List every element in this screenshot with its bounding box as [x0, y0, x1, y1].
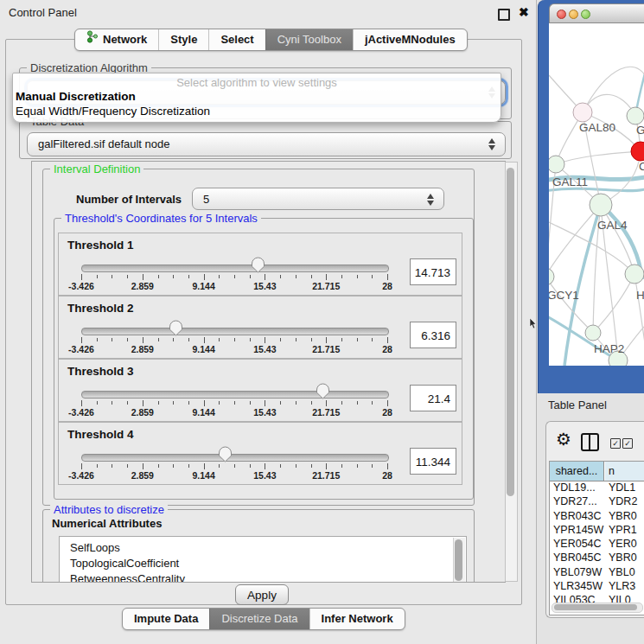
tab-discretize-data[interactable]: Discretize Data: [209, 609, 309, 629]
combobox-stepper-icon: [488, 137, 495, 151]
cyni-bottom-tab-bar: Impute Data Discretize Data Infer Networ…: [122, 608, 405, 630]
column-header-shared[interactable]: shared...: [550, 462, 604, 481]
node-top-right: [627, 107, 644, 124]
checkbox-icon[interactable]: ✓: [610, 438, 621, 449]
list-item-topologicalcoefficient[interactable]: TopologicalCoefficient: [60, 556, 466, 571]
checkbox-icon[interactable]: ✓: [622, 438, 633, 449]
dropdown-placeholder: Select algorithm to view settings: [13, 76, 501, 89]
settings-scrollbar-thumb[interactable]: [507, 168, 514, 496]
slider-thumb[interactable]: [316, 383, 330, 399]
slider-tick-labels: -3.4262.8599.14415.4321.71528: [81, 344, 387, 354]
table-data-group: Table Data galFiltered.sif default node: [19, 121, 512, 159]
tab-discretize-data-label: Discretize Data: [221, 609, 297, 629]
slider-thumb[interactable]: [218, 446, 233, 462]
table-data-combobox[interactable]: galFiltered.sif default node: [27, 132, 506, 156]
node-label-gcy1: GCY1: [549, 289, 579, 302]
table-row[interactable]: YBL079WYBL0: [550, 566, 644, 580]
slider-thumb[interactable]: [251, 257, 265, 273]
tab-style-label: Style: [170, 29, 197, 50]
tab-jactivemnodules-label: jActiveMNodules: [365, 29, 456, 50]
node-label-gal11: GAL11: [552, 175, 588, 188]
slider-track[interactable]: [81, 328, 389, 335]
network-graph: GAL80 GA C GAL11 GAL4 GCY1 H HAP2: [549, 23, 644, 366]
node-attribute-table: shared... n YDL19...YDL1 YDR27...YDR2 YB…: [549, 461, 644, 615]
threshold-3-value-field[interactable]: 21.4: [410, 385, 456, 411]
node-label-partial-c: C: [639, 160, 644, 173]
tab-network[interactable]: Network: [75, 29, 158, 50]
list-scrollbar-thumb[interactable]: [455, 539, 462, 581]
tab-infer-network[interactable]: Infer Network: [309, 609, 405, 629]
slider-ticks: [81, 463, 387, 470]
close-icon[interactable]: ✖: [519, 5, 529, 19]
table-scrollbar-thumb[interactable]: [554, 604, 637, 610]
network-canvas[interactable]: GAL80 GA C GAL11 GAL4 GCY1 H HAP2: [549, 23, 644, 366]
slider-ticks: [81, 400, 387, 407]
threshold-2-value-field[interactable]: 6.316: [410, 322, 456, 348]
table-row[interactable]: YPR145WYPR1: [550, 524, 644, 538]
table-panel-title: Table Panel: [548, 399, 607, 411]
split-columns-icon[interactable]: [581, 433, 599, 451]
table-row[interactable]: YBR045CYBR0: [550, 552, 644, 565]
close-traffic-light-icon[interactable]: [557, 10, 566, 19]
table-row[interactable]: YDL19...YDL1: [550, 481, 644, 495]
gear-icon[interactable]: ⚙: [556, 429, 571, 450]
number-of-intervals-value: 5: [203, 193, 209, 206]
minimize-traffic-light-icon[interactable]: [569, 10, 578, 19]
number-of-intervals-combobox[interactable]: 5: [192, 188, 444, 210]
table-body: YDL19...YDL1 YDR27...YDR2 YBR043CYBR0 YP…: [550, 481, 644, 609]
node-label-partial-ga: GA: [636, 124, 644, 137]
tab-select[interactable]: Select: [208, 29, 265, 50]
tab-style[interactable]: Style: [158, 29, 208, 50]
list-item-betweennesscentrality[interactable]: BetweennessCentrality: [60, 571, 466, 583]
screen: Control Panel ✖ Network Style Select: [0, 0, 644, 644]
tab-select-label: Select: [220, 29, 253, 50]
thresholds-group-title: Threshold's Coordinates for 5 Intervals: [61, 212, 261, 225]
threshold-3-panel: Threshold 3 -3.4262.8599.14415.4321.7152…: [58, 359, 462, 422]
slider-track[interactable]: [81, 454, 389, 462]
table-row[interactable]: YLR345WYLR3: [550, 580, 644, 594]
node-gcy1: [549, 268, 554, 285]
tab-impute-data[interactable]: Impute Data: [123, 609, 209, 629]
node-label-hap2: HAP2: [594, 342, 624, 355]
slider-track[interactable]: [81, 265, 389, 272]
node-h: [625, 265, 644, 284]
slider-thumb[interactable]: [169, 320, 183, 336]
dropdown-option-manual-discretization[interactable]: Manual Discretization: [13, 89, 501, 104]
tab-cyni-toolbox[interactable]: Cyni Toolbox: [265, 29, 353, 50]
tab-impute-data-label: Impute Data: [134, 609, 198, 629]
list-scrollbar[interactable]: [453, 538, 465, 583]
mouse-cursor: [529, 317, 537, 333]
zoom-traffic-light-icon[interactable]: [581, 10, 590, 19]
node-label-gal4: GAL4: [597, 219, 628, 232]
control-panel-tab-bar: Network Style Select Cyni Toolbox jActiv…: [74, 29, 468, 51]
apply-button[interactable]: Apply: [235, 584, 289, 605]
table-horizontal-scrollbar[interactable]: [552, 603, 643, 613]
table-row[interactable]: YBR043CYBR0: [550, 510, 644, 524]
slider-track[interactable]: [81, 391, 389, 399]
attributes-group-title: Attributes to discretize: [50, 503, 168, 516]
threshold-1-panel: Threshold 1 -3.4262.8599.14415.4321.7152…: [58, 233, 462, 296]
float-window-icon[interactable]: [498, 9, 510, 21]
table-row[interactable]: YDR27...YDR2: [550, 495, 644, 509]
node-red-selected: [631, 142, 644, 161]
threshold-4-value-field[interactable]: 11.344: [410, 448, 456, 475]
tab-jactivemnodules[interactable]: jActiveMNodules: [353, 29, 467, 50]
node-hap2: [585, 325, 601, 341]
threshold-1-slider[interactable]: -3.4262.8599.14415.4321.71528: [59, 233, 462, 295]
tab-infer-network-label: Infer Network: [322, 609, 393, 629]
interval-definition-group: Interval Definition Number of Intervals …: [42, 169, 475, 506]
network-icon: [86, 29, 98, 50]
combobox-stepper-icon: [426, 193, 434, 207]
threshold-2-slider[interactable]: -3.4262.8599.14415.4321.71528: [59, 296, 462, 358]
number-of-intervals-label: Number of Intervals: [76, 193, 182, 206]
dropdown-option-equal-width-frequency[interactable]: Equal Width/Frequency Discretization: [13, 104, 501, 118]
threshold-2-panel: Threshold 2 -3.4262.8599.14415.4321.7152…: [58, 296, 462, 359]
column-header-name[interactable]: n: [605, 462, 644, 481]
threshold-1-value-field[interactable]: 14.713: [410, 258, 456, 285]
threshold-3-slider[interactable]: -3.4262.8599.14415.4321.71528: [59, 360, 462, 421]
settings-vertical-scrollbar[interactable]: [505, 162, 518, 582]
threshold-4-slider[interactable]: -3.4262.8599.14415.4321.71528: [59, 423, 462, 484]
table-row[interactable]: YER054CYER0: [550, 538, 644, 552]
network-window-titlebar: [549, 3, 644, 23]
list-item-selfloops[interactable]: SelfLoops: [60, 537, 466, 556]
